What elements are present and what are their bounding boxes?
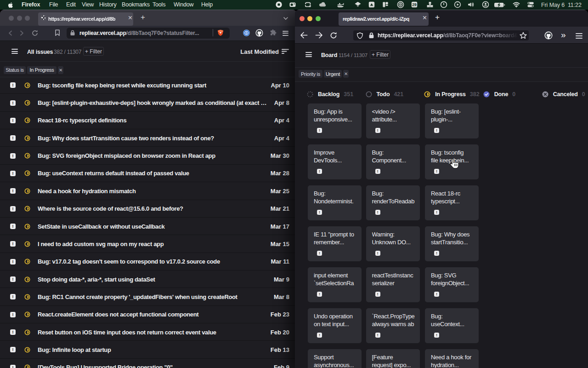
- svg-text:29: 29: [412, 2, 417, 7]
